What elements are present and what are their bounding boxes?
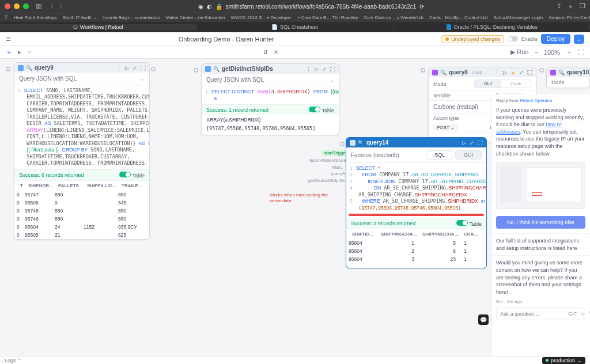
bookmark-item[interactable]: Amazon Prime Card bbox=[549, 15, 590, 20]
run-node-icon[interactable]: ▷ bbox=[462, 140, 466, 146]
collapse-icon[interactable]: ⤢ bbox=[519, 70, 524, 75]
deploy-dropdown[interactable]: ⌄ bbox=[574, 35, 584, 44]
zoom-out-icon[interactable]: − bbox=[534, 49, 538, 56]
sidebar-toggle-icon[interactable]: ▥ bbox=[36, 2, 41, 11]
flow-badge[interactable]: getDistinctShipIDs bbox=[308, 178, 345, 183]
reload-icon[interactable]: ⟳ bbox=[419, 3, 424, 10]
expand-icon[interactable]: ⛶ bbox=[478, 140, 483, 146]
bookmark-item[interactable]: SchoolMessenger Login bbox=[493, 15, 543, 20]
node-query14[interactable]: 🔍query14 ⋮▷⤢⛶ Famous (oracledb) SQL GUI … bbox=[346, 137, 487, 268]
bookmark-item[interactable]: Joomla Begin…cumentation bbox=[103, 15, 160, 20]
table-toggle[interactable] bbox=[119, 172, 131, 177]
flow-badge[interactable]: filter1 bbox=[332, 165, 343, 170]
chevron-up-icon[interactable]: ⌃ bbox=[17, 358, 22, 363]
node-title[interactable]: getDistinctShipIDs bbox=[222, 66, 273, 72]
enable-toggle[interactable] bbox=[508, 36, 518, 41]
window-zoom[interactable] bbox=[23, 3, 29, 9]
resource-select[interactable]: Query JSON with SQL bbox=[19, 75, 77, 82]
docs-link[interactable]: listed here bbox=[553, 245, 577, 251]
workflow-title[interactable]: Onboarding Demo - Daren Hunter bbox=[179, 36, 274, 43]
fit-icon[interactable]: ⛶ bbox=[578, 49, 584, 56]
window-close[interactable] bbox=[5, 3, 10, 9]
browser-tab[interactable]: 📄SQL Cheatsheet bbox=[196, 24, 393, 30]
zoom-in-icon[interactable]: ＋ bbox=[566, 48, 572, 56]
node-title[interactable]: query8 bbox=[449, 69, 468, 75]
cursor-icon[interactable]: ▸ bbox=[18, 48, 21, 56]
workflow-canvas[interactable]: 🔍query9 ⋮▷⤢⛶ Query JSON with SQL⌄ 1SELEC… bbox=[0, 59, 590, 356]
run-button[interactable]: ▶ Run bbox=[510, 48, 528, 56]
search-icon[interactable]: 🔍 bbox=[213, 66, 220, 72]
expand-icon[interactable]: ⛶ bbox=[527, 70, 532, 75]
node-title[interactable]: query14 bbox=[366, 139, 388, 146]
collapse-icon[interactable]: ⤢ bbox=[133, 65, 137, 71]
resource-select[interactable]: Carbone (restapi) bbox=[433, 104, 478, 110]
method-select[interactable]: POST ⌄ bbox=[433, 124, 458, 131]
sql-tab[interactable]: SQL bbox=[426, 150, 453, 160]
more-icon[interactable]: ⋮ bbox=[116, 65, 122, 71]
run-node-icon[interactable]: ▷ bbox=[125, 65, 129, 71]
operator-link[interactable]: Retool Operator bbox=[520, 98, 553, 103]
run-node-icon[interactable]: ▷ bbox=[503, 70, 507, 75]
resource-select[interactable]: Query JSON with SQL bbox=[206, 77, 264, 83]
bookmark-item[interactable]: Heal Point Standings bbox=[14, 15, 57, 20]
apps-icon[interactable]: ⠿ bbox=[5, 15, 8, 20]
menu-icon[interactable]: ☰ bbox=[6, 36, 11, 42]
node-query9[interactable]: 🔍query9 ⋮▷⤢⛶ Query JSON with SQL⌄ 1SELEC… bbox=[14, 62, 150, 240]
emoji-icon[interactable]: ☺ bbox=[580, 311, 585, 317]
sql-editor[interactable]: 1SELECT SONO, LASTONAME, EMAIL_ADDRESS,S… bbox=[14, 85, 149, 169]
expand-icon[interactable]: ⛶ bbox=[330, 66, 335, 72]
bookmark-item[interactable]: Maine Center…ne Education bbox=[166, 15, 225, 20]
node-title[interactable]: query10 bbox=[567, 69, 589, 75]
gif-icon[interactable]: GIF bbox=[568, 311, 577, 317]
search-icon[interactable]: 🔍 bbox=[558, 70, 565, 75]
chat-option-button[interactable]: No, I think it's something else bbox=[496, 216, 585, 229]
gui-tab[interactable]: GUI bbox=[455, 150, 482, 160]
tabs-overview-icon[interactable]: ❐ bbox=[580, 2, 585, 11]
bookmark-item[interactable]: WWDC 2012 S…e Developer bbox=[230, 15, 291, 20]
table-toggle[interactable] bbox=[309, 107, 320, 112]
collapse-icon[interactable]: ⤢ bbox=[322, 66, 327, 72]
assistant-launcher-icon[interactable]: 💬 bbox=[478, 314, 489, 325]
window-minimize[interactable] bbox=[14, 3, 20, 9]
search-icon[interactable]: 🔍 bbox=[358, 140, 364, 146]
chevron-down-icon[interactable]: ⌄ bbox=[330, 77, 334, 83]
node-title[interactable]: query9 bbox=[35, 65, 54, 71]
undeployed-badge[interactable]: Undeployed changes bbox=[441, 35, 504, 43]
deploy-button[interactable]: Deploy bbox=[541, 34, 570, 44]
chevron-down-icon[interactable]: ⌄ bbox=[140, 76, 145, 82]
bookmark-item[interactable]: Cacls - Modify… Control List bbox=[429, 15, 487, 20]
browser-tab[interactable]: ⎔Workflows | Retool bbox=[0, 24, 196, 30]
more-icon[interactable]: ⋮ bbox=[453, 140, 459, 146]
browser-tab[interactable]: 📘Oracle / PLSQL: Declaring Variables bbox=[394, 24, 590, 30]
expand-icon[interactable]: ⛶ bbox=[141, 65, 146, 71]
results-body[interactable]: 095747880880 0955069345 095748880880 095… bbox=[14, 191, 149, 239]
address-bar[interactable]: smithsfarm.retool.com/workflows/fc4a56ca… bbox=[226, 3, 417, 10]
bookmark-item[interactable]: Core Data on …y Wenderlich bbox=[364, 15, 423, 20]
mode-segment[interactable]: GUICode bbox=[474, 79, 531, 88]
add-block-icon[interactable]: ＋ bbox=[6, 48, 12, 56]
chat-input[interactable] bbox=[500, 311, 565, 317]
bookmark-item[interactable]: Smith IT Audit ⌄ bbox=[63, 15, 97, 20]
more-icon[interactable]: ⋮ bbox=[494, 70, 500, 75]
more-icon[interactable]: ⋮ bbox=[306, 66, 311, 72]
run-node-icon[interactable]: ▷ bbox=[315, 66, 319, 72]
nav-forward-icon[interactable]: 〉 bbox=[59, 2, 66, 11]
table-toggle[interactable] bbox=[456, 220, 468, 226]
search-icon[interactable]: 🔍 bbox=[440, 70, 447, 75]
flow-badge[interactable]: fetchHNBestStories bbox=[309, 158, 350, 163]
resource-select[interactable]: Famous (oracledb) bbox=[351, 152, 399, 158]
logs-bar[interactable]: Logs ⌃ production ⌄ bbox=[0, 356, 590, 364]
branch-icon[interactable]: ⑂ bbox=[27, 49, 31, 56]
nav-back-icon[interactable]: 〈 bbox=[47, 2, 54, 11]
close-all-icon[interactable]: ✕ bbox=[274, 49, 278, 55]
node-getdistinctshipids[interactable]: 🔍getDistinctShipIDs ⋮▷⤢⛶ Query JSON with… bbox=[201, 63, 339, 135]
node-query10[interactable]: 🔍query10 Mode bbox=[546, 67, 590, 88]
collapse-icon[interactable]: ⤢ bbox=[470, 140, 474, 146]
share-icon[interactable]: ⇪ bbox=[557, 2, 562, 11]
search-icon[interactable]: 🔍 bbox=[26, 65, 32, 71]
sql-editor[interactable]: 1SELECT * 2 FROM COMPANY_17.AR_SO_CHARGE… bbox=[346, 163, 486, 214]
env-selector[interactable]: production ⌄ bbox=[542, 357, 585, 364]
results-body[interactable]: 95604151 95604261 956043231 bbox=[346, 239, 486, 268]
flow-badge[interactable]: query9 bbox=[331, 171, 345, 176]
bookmark-item[interactable]: » Core Data B… Tim Roadley bbox=[297, 15, 358, 20]
